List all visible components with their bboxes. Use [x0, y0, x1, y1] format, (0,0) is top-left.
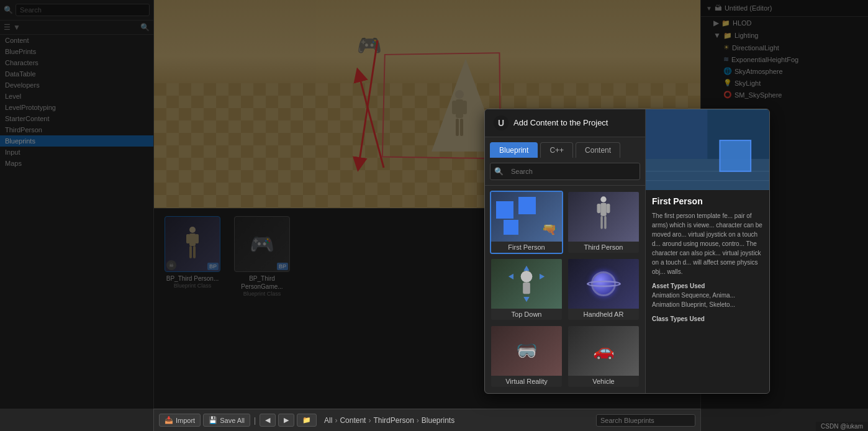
breadcrumb-content[interactable]: Content — [340, 416, 366, 425]
desc-asset-types: Asset Types Used Animation Sequence, Ani… — [652, 281, 763, 309]
svg-rect-34 — [646, 109, 708, 159]
svg-marker-25 — [540, 273, 545, 279]
template-thumb-first-person: 🔫 — [491, 192, 562, 242]
breadcrumb-sep-1: › — [335, 416, 337, 425]
desc-class-types: Class Types Used — [652, 314, 763, 324]
bottom-toolbar: 📥 Import 💾 Save All | ◀ ▶ 📁 All › Conten… — [154, 409, 700, 431]
template-grid: 🔫 First Person — [485, 186, 645, 393]
svg-rect-23 — [523, 282, 530, 294]
template-label-top-down: Top Down — [491, 309, 562, 320]
nav-forward-button[interactable]: ▶ — [278, 414, 294, 427]
dialog-left-panel: U Add Content to the Project Blueprint C… — [485, 109, 645, 393]
toolbar-sep: | — [253, 416, 257, 425]
save-all-button[interactable]: 💾 Save All — [203, 414, 250, 427]
breadcrumb: All › Content › ThirdPerson › Blueprints — [324, 416, 454, 425]
desc-preview-image — [646, 109, 769, 190]
add-content-dialog: U Add Content to the Project Blueprint C… — [484, 109, 770, 394]
fp-scene-icon: 🔫 — [541, 222, 557, 237]
import-button[interactable]: 📥 Import — [159, 414, 201, 427]
template-label-first-person: First Person — [491, 242, 562, 253]
svg-point-16 — [600, 196, 606, 202]
desc-title: First Person — [652, 196, 763, 206]
template-third-person[interactable]: Third Person — [567, 191, 640, 254]
svg-rect-20 — [600, 216, 603, 229]
breadcrumb-all[interactable]: All — [324, 416, 332, 425]
handheld-ring — [587, 280, 621, 286]
desc-content-area: First Person The first person template f… — [646, 190, 769, 335]
template-virtual-reality[interactable]: 🥽 Virtual Reality — [490, 325, 563, 388]
dialog-tabs: Blueprint C++ Content — [485, 137, 645, 158]
dialog-search-input[interactable] — [506, 165, 636, 178]
nav-back-button[interactable]: ◀ — [260, 414, 276, 427]
fp-box2 — [518, 197, 536, 214]
svg-rect-19 — [607, 204, 610, 213]
content-search-input[interactable] — [596, 414, 695, 427]
dialog-header-title: Add Content to the Project — [513, 118, 608, 127]
tab-cpp[interactable]: C++ — [540, 142, 573, 158]
save-icon: 💾 — [209, 416, 217, 424]
template-thumb-vr: 🥽 — [491, 326, 562, 376]
svg-marker-27 — [509, 273, 513, 279]
dialog-search-area: 🔍 — [485, 158, 645, 186]
tab-content[interactable]: Content — [576, 142, 620, 158]
tab-blueprint[interactable]: Blueprint — [490, 142, 538, 158]
breadcrumb-thirdperson[interactable]: ThirdPerson — [373, 416, 414, 425]
vehicle-icon: 🚗 — [593, 340, 615, 361]
template-thumb-handheld — [568, 259, 639, 309]
top-down-figure — [505, 262, 548, 306]
toolbar-right — [596, 414, 695, 427]
svg-rect-17 — [600, 202, 606, 216]
template-thumb-vehicle: 🚗 — [568, 326, 639, 376]
breadcrumb-blueprints[interactable]: Blueprints — [422, 416, 454, 425]
template-label-third-person: Third Person — [568, 242, 639, 253]
dialog-header: U Add Content to the Project — [485, 109, 645, 137]
desc-text: The first person template fe... pair of … — [652, 211, 763, 276]
ue-logo: U — [494, 116, 509, 130]
svg-rect-18 — [597, 204, 601, 213]
template-label-vehicle: Vehicle — [568, 376, 639, 387]
template-handheld-ar[interactable]: Handheld AR — [567, 258, 640, 321]
desc-preview-svg — [646, 109, 769, 190]
dialog-search-icon: 🔍 — [494, 167, 504, 176]
template-vehicle[interactable]: 🚗 Vehicle — [567, 325, 640, 388]
import-icon: 📥 — [165, 416, 173, 424]
svg-rect-21 — [604, 216, 607, 229]
svg-point-22 — [521, 271, 533, 283]
watermark: CSDN @iukam — [816, 422, 868, 431]
breadcrumb-sep-3: › — [417, 416, 419, 425]
fp-box3 — [504, 220, 518, 235]
template-thumb-top-down — [491, 259, 562, 309]
template-top-down[interactable]: Top Down — [490, 258, 563, 321]
svg-marker-24 — [523, 265, 529, 270]
vr-icon: 🥽 — [516, 340, 538, 361]
template-first-person[interactable]: 🔫 First Person — [490, 191, 563, 254]
svg-marker-26 — [523, 297, 529, 302]
breadcrumb-sep-2: › — [368, 416, 371, 425]
fp-box1 — [496, 201, 513, 219]
svg-rect-32 — [720, 140, 751, 171]
template-thumb-third-person — [568, 192, 639, 242]
template-label-virtual-reality: Virtual Reality — [491, 376, 562, 387]
third-person-figure — [585, 195, 622, 238]
modal-overlay: U Add Content to the Project Blueprint C… — [0, 0, 868, 409]
dialog-right-panel: First Person The first person template f… — [645, 109, 769, 393]
main-container: 🔍 ☰ ▼ 🔍 Content BluePrints Characters Da… — [0, 0, 868, 431]
folder-button[interactable]: 📁 — [297, 414, 317, 427]
template-label-handheld-ar: Handheld AR — [568, 309, 639, 320]
